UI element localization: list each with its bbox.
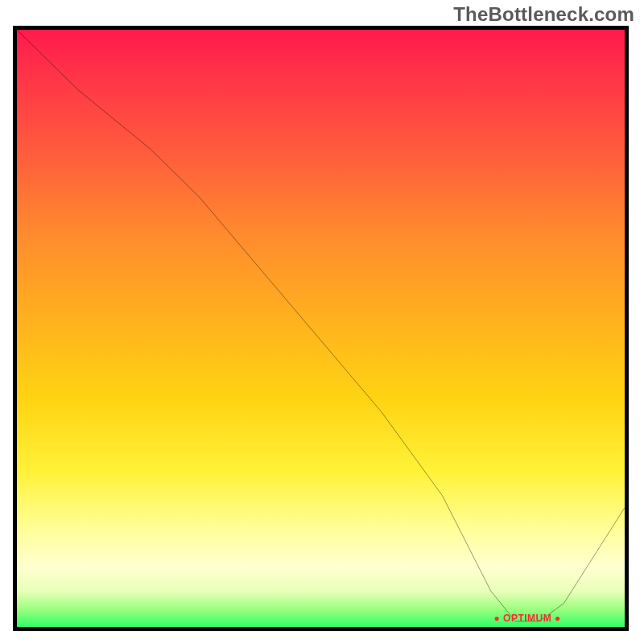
watermark-text: TheBottleneck.com	[453, 3, 634, 26]
chart-stage: TheBottleneck.com ● OPTIMUM ●	[0, 0, 644, 644]
optimum-label: ● OPTIMUM ●	[494, 613, 561, 624]
bottleneck-curve	[17, 30, 625, 627]
plot-frame: ● OPTIMUM ●	[13, 26, 629, 631]
